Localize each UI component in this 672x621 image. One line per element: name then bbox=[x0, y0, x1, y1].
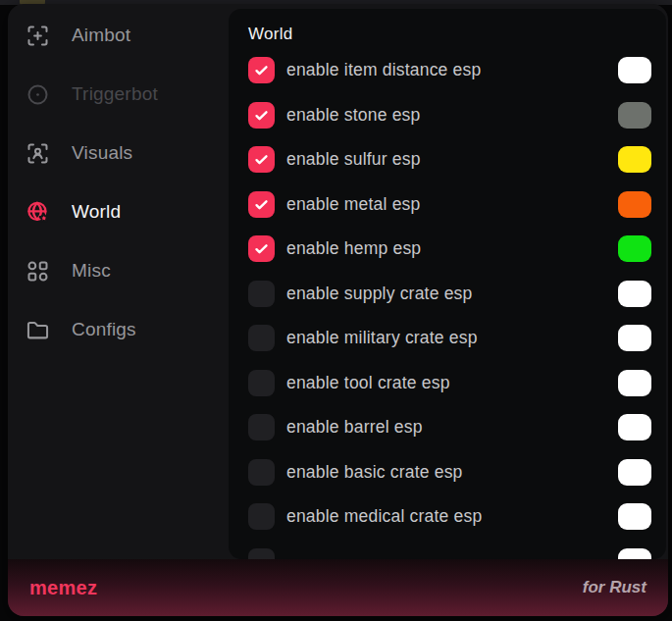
esp-row: enable supply crate esp bbox=[229, 272, 666, 317]
world-icon bbox=[25, 199, 51, 226]
color-swatch[interactable] bbox=[618, 57, 651, 83]
sidebar-item-label: Configs bbox=[72, 319, 136, 340]
color-swatch[interactable] bbox=[618, 102, 651, 129]
color-swatch[interactable] bbox=[618, 503, 651, 530]
sidebar-item-configs[interactable]: Configs bbox=[8, 300, 229, 359]
esp-checkbox[interactable] bbox=[248, 235, 275, 262]
esp-row-label: enable stone esp bbox=[286, 105, 421, 126]
esp-list: enable item distance esp enable stone es… bbox=[229, 48, 666, 559]
esp-row: enable basic crate esp bbox=[229, 450, 666, 495]
color-swatch[interactable] bbox=[618, 459, 651, 486]
sidebar-item-label: Aimbot bbox=[72, 25, 130, 46]
esp-row-label: enable medical crate esp bbox=[286, 506, 482, 527]
esp-checkbox[interactable] bbox=[248, 370, 275, 396]
brand-logo: memez bbox=[29, 577, 97, 599]
esp-checkbox[interactable] bbox=[248, 281, 275, 307]
check-icon bbox=[253, 240, 270, 257]
esp-row-label: enable item distance esp bbox=[286, 60, 481, 80]
esp-row-label: enable barrel esp bbox=[286, 417, 423, 438]
check-icon bbox=[253, 107, 270, 124]
sidebar-item-aimbot[interactable]: Aimbot bbox=[8, 6, 229, 65]
color-swatch[interactable] bbox=[618, 414, 651, 440]
esp-checkbox[interactable] bbox=[248, 503, 275, 530]
esp-row-label: enable tool crate esp bbox=[286, 373, 450, 393]
check-icon bbox=[253, 196, 270, 213]
color-swatch[interactable] bbox=[618, 146, 651, 173]
esp-row-label: enable metal esp bbox=[286, 194, 420, 215]
esp-row: enable metal esp bbox=[229, 182, 666, 228]
esp-checkbox[interactable] bbox=[248, 102, 275, 129]
cheat-menu-window: Aimbot Triggerbot Visuals World Misc bbox=[8, 4, 668, 616]
esp-row bbox=[229, 540, 666, 560]
footer-tagline: for Rust bbox=[583, 578, 646, 597]
sidebar-item-visuals[interactable]: Visuals bbox=[8, 124, 229, 182]
esp-row: enable medical crate esp bbox=[229, 494, 666, 540]
sidebar-item-label: Triggerbot bbox=[72, 83, 158, 105]
check-icon bbox=[253, 62, 270, 78]
esp-row-label: enable supply crate esp bbox=[286, 284, 472, 304]
world-panel: World enable item distance esp enable st… bbox=[229, 9, 666, 559]
misc-icon bbox=[25, 258, 51, 285]
color-swatch[interactable] bbox=[618, 325, 651, 351]
sidebar-item-misc[interactable]: Misc bbox=[8, 241, 229, 300]
color-swatch[interactable] bbox=[618, 548, 651, 559]
configs-icon bbox=[25, 317, 51, 343]
color-swatch[interactable] bbox=[618, 281, 651, 307]
esp-row-label: enable military crate esp bbox=[286, 328, 478, 348]
sidebar-item-world[interactable]: World bbox=[8, 182, 229, 241]
esp-row-label: enable basic crate esp bbox=[286, 462, 463, 483]
color-swatch[interactable] bbox=[618, 370, 651, 396]
esp-row: enable barrel esp bbox=[229, 405, 666, 450]
esp-row-label: enable sulfur esp bbox=[286, 149, 421, 170]
sidebar-item-label: Misc bbox=[72, 260, 111, 282]
esp-checkbox[interactable] bbox=[248, 414, 275, 440]
esp-row: enable sulfur esp bbox=[229, 137, 666, 182]
esp-checkbox[interactable] bbox=[248, 146, 275, 173]
visuals-icon bbox=[25, 140, 51, 167]
esp-row: enable tool crate esp bbox=[229, 361, 666, 406]
esp-checkbox[interactable] bbox=[248, 548, 275, 559]
esp-checkbox[interactable] bbox=[248, 459, 275, 486]
esp-checkbox[interactable] bbox=[248, 325, 275, 351]
esp-row: enable item distance esp bbox=[229, 48, 666, 93]
color-swatch[interactable] bbox=[618, 235, 651, 262]
aimbot-icon bbox=[25, 23, 51, 49]
esp-row: enable hemp esp bbox=[229, 227, 666, 272]
color-swatch[interactable] bbox=[618, 191, 651, 218]
sidebar: Aimbot Triggerbot Visuals World Misc bbox=[8, 6, 229, 359]
sidebar-item-label: World bbox=[72, 201, 121, 223]
sidebar-item-triggerbot[interactable]: Triggerbot bbox=[8, 65, 229, 124]
esp-row: enable military crate esp bbox=[229, 316, 666, 361]
esp-row-label: enable hemp esp bbox=[286, 238, 421, 259]
esp-checkbox[interactable] bbox=[248, 191, 275, 218]
esp-row: enable stone esp bbox=[229, 93, 666, 138]
check-icon bbox=[253, 151, 270, 168]
triggerbot-icon bbox=[25, 81, 51, 108]
page-title: World bbox=[248, 22, 666, 47]
esp-checkbox[interactable] bbox=[248, 57, 275, 83]
sidebar-item-label: Visuals bbox=[72, 142, 132, 164]
footer-bar: memez for Rust bbox=[8, 559, 668, 616]
